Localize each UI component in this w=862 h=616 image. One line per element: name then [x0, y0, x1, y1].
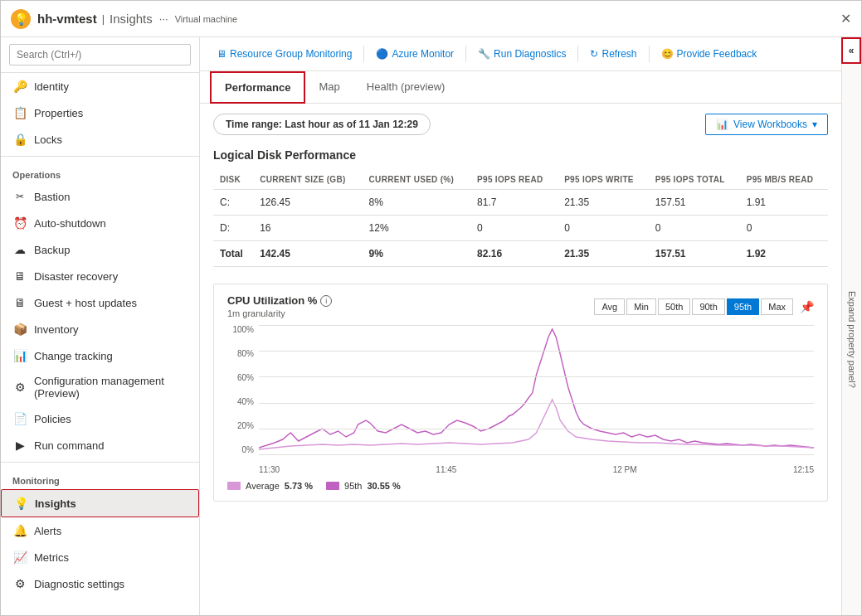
chart-title: CPU Utilization % [227, 294, 317, 307]
sidebar-item-disaster-recovery-label: Disaster recovery [34, 270, 118, 283]
policies-icon: 📄 [12, 411, 27, 426]
sidebar-item-guest-host-label: Guest + host updates [34, 297, 137, 309]
chart-btn-min[interactable]: Min [626, 298, 656, 315]
config-management-icon: ⚙ [12, 380, 27, 395]
run-diagnostics-button[interactable]: 🔧 Run Diagnostics [471, 44, 572, 64]
tab-health[interactable]: Health (preview) [353, 72, 459, 103]
disk-d-name: D: [213, 216, 253, 241]
sidebar-item-insights[interactable]: 💡 Insights [1, 489, 199, 517]
sidebar-item-metrics-label: Metrics [34, 551, 69, 564]
cpu-chart-container: CPU Utilization % i 1m granularity Avg M… [213, 284, 828, 502]
refresh-button[interactable]: ↻ Refresh [583, 44, 643, 64]
time-range-pill[interactable]: Time range: Last hour as of 11 Jan 12:29 [213, 114, 431, 135]
sidebar-item-auto-shutdown[interactable]: ⏰ Auto-shutdown [1, 210, 199, 236]
locks-icon: 🔒 [12, 132, 27, 147]
sidebar-item-bastion-label: Bastion [34, 191, 70, 203]
chart-btn-max[interactable]: Max [761, 298, 793, 315]
more-options-button[interactable]: ··· [159, 12, 168, 25]
inventory-icon: 📦 [12, 322, 27, 337]
chart-granularity: 1m granularity [227, 308, 332, 318]
azure-monitor-button[interactable]: 🔵 Azure Monitor [369, 44, 460, 64]
sidebar-item-identity-label: Identity [34, 80, 69, 93]
toolbar-separator-2 [465, 46, 466, 62]
workbooks-icon: 📊 [716, 119, 728, 130]
sidebar-item-run-command[interactable]: ▶ Run command [1, 432, 199, 458]
y-label-80: 80% [227, 349, 254, 358]
time-range-bar: Time range: Last hour as of 11 Jan 12:29… [213, 114, 828, 135]
disk-d-iops-read: 0 [470, 216, 558, 241]
search-input[interactable] [9, 44, 191, 65]
sidebar-item-diagnostic-settings[interactable]: ⚙ Diagnostic settings [1, 570, 199, 597]
title-bar: 💡 hh-vmtest | Insights ··· Virtual machi… [1, 1, 861, 37]
chart-btn-50th[interactable]: 50th [658, 298, 690, 315]
chevron-down-icon: ▾ [812, 119, 817, 130]
sidebar-item-backup-label: Backup [34, 244, 70, 256]
section-label-monitoring: Monitoring [1, 466, 199, 489]
insights-icon: 💡 [13, 496, 28, 511]
disk-total-name: Total [213, 241, 253, 267]
chart-plot [259, 325, 814, 454]
y-label-60: 60% [227, 373, 254, 382]
chart-btn-95th[interactable]: 95th [727, 298, 759, 315]
sidebar-item-run-command-label: Run command [34, 439, 105, 452]
table-row: D: 16 12% 0 0 0 0 [213, 216, 828, 241]
col-iops-write: P95 IOPs WRITE [558, 170, 649, 190]
sidebar-item-disaster-recovery[interactable]: 🖥 Disaster recovery [1, 263, 199, 289]
x-label-1130: 11:30 [259, 465, 280, 474]
x-label-1215: 12:15 [793, 465, 814, 474]
tab-performance[interactable]: Performance [210, 71, 305, 104]
pin-icon[interactable]: 📌 [800, 300, 814, 313]
guest-host-icon: 🖥 [12, 295, 27, 310]
grid-line-80 [259, 351, 814, 352]
sidebar-item-guest-host-updates[interactable]: 🖥 Guest + host updates [1, 289, 199, 316]
sidebar-item-inventory[interactable]: 📦 Inventory [1, 316, 199, 342]
chart-btn-avg[interactable]: Avg [594, 298, 625, 315]
legend-average-color [227, 482, 241, 490]
tab-map[interactable]: Map [305, 72, 353, 103]
sidebar-item-backup[interactable]: ☁ Backup [1, 236, 199, 263]
disk-d-iops-write: 0 [558, 216, 649, 241]
refresh-icon: ↻ [590, 48, 598, 60]
view-workbooks-button[interactable]: 📊 View Workbooks ▾ [705, 114, 828, 135]
page-name: Insights [110, 12, 153, 26]
provide-feedback-button[interactable]: 😊 Provide Feedback [655, 44, 764, 64]
diagnostic-icon: ⚙ [12, 576, 27, 591]
close-button[interactable]: ✕ [840, 11, 851, 27]
disk-d-size: 16 [253, 216, 362, 241]
identity-icon: 🔑 [12, 79, 27, 94]
disk-d-mb-read: 0 [740, 216, 828, 241]
grid-line-20 [259, 429, 814, 429]
chart-legend: Average 5.73 % 95th 30.55 % [227, 481, 814, 491]
sidebar-item-locks[interactable]: 🔒 Locks [1, 126, 199, 153]
sidebar-item-metrics[interactable]: 📈 Metrics [1, 544, 199, 570]
legend-95th-color [326, 482, 339, 490]
toolbar-separator-3 [577, 46, 578, 62]
chart-controls: Avg Min 50th 90th 95th Max 📌 [594, 298, 814, 315]
col-size: CURRENT SIZE (GB) [253, 170, 362, 190]
main-content: Time range: Last hour as of 11 Jan 12:29… [200, 104, 841, 615]
disk-c-name: C: [213, 190, 253, 216]
info-icon[interactable]: i [320, 295, 332, 307]
azure-monitor-icon: 🔵 [376, 48, 388, 60]
sidebar-item-change-tracking-label: Change tracking [34, 350, 113, 362]
sidebar-item-alerts[interactable]: 🔔 Alerts [1, 517, 199, 544]
legend-average: Average 5.73 % [227, 481, 313, 491]
resource-subtitle: Virtual machine [175, 14, 238, 24]
grid-line-40 [259, 403, 814, 404]
sidebar-item-properties[interactable]: 📋 Properties [1, 99, 199, 126]
chart-header: CPU Utilization % i 1m granularity Avg M… [227, 294, 814, 318]
disk-table-title: Logical Disk Performance [213, 148, 828, 162]
chart-btn-90th[interactable]: 90th [692, 298, 724, 315]
disk-c-iops-write: 21.35 [558, 190, 649, 216]
sidebar-item-identity[interactable]: 🔑 Identity [1, 73, 199, 99]
y-label-40: 40% [227, 397, 254, 406]
sidebar-item-configuration-management[interactable]: ⚙ Configuration management (Preview) [1, 369, 199, 405]
expand-property-panel-button[interactable]: Expand property panel? [841, 64, 861, 615]
bastion-icon: ✂ [12, 189, 27, 204]
collapse-panel-button[interactable]: « [841, 37, 861, 64]
table-row: Total 142.45 9% 82.16 21.35 157.51 1.92 [213, 241, 828, 267]
sidebar-item-change-tracking[interactable]: 📊 Change tracking [1, 342, 199, 369]
sidebar-item-bastion[interactable]: ✂ Bastion [1, 183, 199, 210]
sidebar-item-policies[interactable]: 📄 Policies [1, 405, 199, 432]
resource-group-monitoring-button[interactable]: 🖥 Resource Group Monitoring [210, 44, 358, 64]
